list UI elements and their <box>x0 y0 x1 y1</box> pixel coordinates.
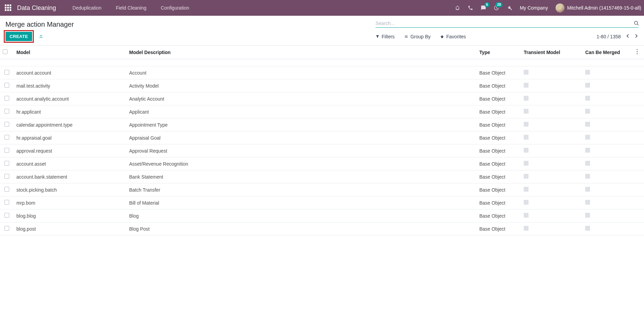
table-row[interactable]: calendar.appointment.typeAppointment Typ… <box>0 118 644 131</box>
header-transient[interactable]: Transient Model <box>521 46 583 59</box>
funnel-icon <box>375 35 380 39</box>
cell-description: Bill of Material <box>126 196 477 209</box>
table-row[interactable]: account.assetAsset/Revenue RecognitionBa… <box>0 157 644 170</box>
transient-checkbox[interactable] <box>524 226 529 231</box>
cell-transient <box>521 66 583 79</box>
cell-transient <box>521 209 583 222</box>
transient-checkbox[interactable] <box>524 83 529 88</box>
cell-model: hr.appraisal.goal <box>14 131 126 144</box>
cell-can-merge <box>583 79 634 92</box>
table-row[interactable]: mail.test.activityActivity ModelBase Obj… <box>0 79 644 92</box>
can-merge-checkbox[interactable] <box>585 109 590 114</box>
phone-icon[interactable] <box>468 5 473 11</box>
transient-checkbox[interactable] <box>524 70 529 75</box>
header-can-merge[interactable]: Can Be Merged <box>583 46 634 59</box>
search-input[interactable] <box>375 21 639 26</box>
search-icon[interactable] <box>634 21 639 27</box>
cell-can-merge <box>583 92 634 105</box>
table-row[interactable]: approval.requestApproval RequestBase Obj… <box>0 144 644 157</box>
table-row[interactable]: account.bank.statementBank StatementBase… <box>0 170 644 183</box>
table-row[interactable]: blog.blogBlogBase Object <box>0 209 644 222</box>
transient-checkbox[interactable] <box>524 200 529 205</box>
row-checkbox[interactable] <box>4 148 9 153</box>
table-row[interactable]: account.analytic.accountAnalytic Account… <box>0 92 644 105</box>
can-merge-checkbox[interactable] <box>585 96 590 101</box>
transient-checkbox[interactable] <box>524 187 529 192</box>
header-options[interactable] <box>634 46 644 59</box>
table-row[interactable]: account.accountAccountBase Object <box>0 66 644 79</box>
row-checkbox[interactable] <box>4 213 9 218</box>
messages-icon[interactable]: 6 <box>481 5 486 11</box>
table-row[interactable]: blog.postBlog PostBase Object <box>0 222 644 235</box>
header-model[interactable]: Model <box>14 46 126 59</box>
activities-icon[interactable]: 28 <box>494 5 499 11</box>
can-merge-checkbox[interactable] <box>585 135 590 140</box>
cell-type: Base Object <box>477 105 521 118</box>
can-merge-checkbox[interactable] <box>585 226 590 231</box>
app-title[interactable]: Data Cleaning <box>17 4 56 12</box>
row-checkbox-cell <box>0 79 14 92</box>
row-checkbox[interactable] <box>4 96 9 101</box>
can-merge-checkbox[interactable] <box>585 161 590 166</box>
transient-checkbox[interactable] <box>524 174 529 179</box>
transient-checkbox[interactable] <box>524 96 529 101</box>
row-checkbox[interactable] <box>4 83 9 88</box>
filters-button[interactable]: Filters <box>375 34 395 39</box>
group-by-button[interactable]: Group By <box>404 34 430 39</box>
can-merge-checkbox[interactable] <box>585 200 590 205</box>
table-row[interactable]: hr.applicantApplicantBase Object <box>0 105 644 118</box>
row-checkbox[interactable] <box>4 109 9 114</box>
pager-next[interactable] <box>634 34 639 39</box>
row-checkbox[interactable] <box>4 200 9 205</box>
user-menu[interactable]: Mitchell Admin (14157469-15-0-all) <box>556 3 641 12</box>
row-checkbox[interactable] <box>4 161 9 166</box>
transient-checkbox[interactable] <box>524 148 529 153</box>
cell-can-merge <box>583 131 634 144</box>
can-merge-checkbox[interactable] <box>585 174 590 179</box>
transient-checkbox[interactable] <box>524 109 529 114</box>
cell-can-merge <box>583 144 634 157</box>
apps-icon[interactable] <box>5 4 12 11</box>
bug-icon[interactable] <box>455 5 460 11</box>
cell-model: approval.request <box>14 144 126 157</box>
can-merge-checkbox[interactable] <box>585 83 590 88</box>
row-checkbox[interactable] <box>4 70 9 75</box>
can-merge-checkbox[interactable] <box>585 122 590 127</box>
can-merge-checkbox[interactable] <box>585 70 590 75</box>
header-type[interactable]: Type <box>477 46 521 59</box>
table-row[interactable]: stock.picking.batchBatch TransferBase Ob… <box>0 183 644 196</box>
nav-item-configuration[interactable]: Configuration <box>161 5 189 11</box>
cell-trailing <box>634 66 644 79</box>
transient-checkbox[interactable] <box>524 135 529 140</box>
download-icon[interactable] <box>38 33 44 40</box>
cell-model: mrp.bom <box>14 196 126 209</box>
cell-transient <box>521 105 583 118</box>
pager-prev[interactable] <box>626 34 630 39</box>
row-checkbox[interactable] <box>4 135 9 140</box>
row-checkbox[interactable] <box>4 226 9 231</box>
row-checkbox[interactable] <box>4 174 9 179</box>
favorites-button[interactable]: Favorites <box>440 34 466 39</box>
create-button[interactable]: CREATE <box>5 32 32 41</box>
nav-item-field-cleaning[interactable]: Field Cleaning <box>116 5 147 11</box>
tools-icon[interactable] <box>507 5 512 11</box>
table-row[interactable]: hr.appraisal.goalAppraisal GoalBase Obje… <box>0 131 644 144</box>
can-merge-checkbox[interactable] <box>585 187 590 192</box>
company-switcher[interactable]: My Company <box>520 5 548 11</box>
nav-item-deduplication[interactable]: Deduplication <box>72 5 101 11</box>
transient-checkbox[interactable] <box>524 213 529 218</box>
pager-text[interactable]: 1-80 / 1358 <box>597 34 621 39</box>
row-checkbox[interactable] <box>4 122 9 127</box>
select-all-checkbox[interactable] <box>3 49 8 54</box>
row-checkbox[interactable] <box>4 187 9 192</box>
can-merge-checkbox[interactable] <box>585 148 590 153</box>
cell-type: Base Object <box>477 157 521 170</box>
can-merge-checkbox[interactable] <box>585 213 590 218</box>
table-row[interactable]: mrp.bomBill of MaterialBase Object <box>0 196 644 209</box>
transient-checkbox[interactable] <box>524 161 529 166</box>
cell-description: Approval Request <box>126 144 477 157</box>
cell-description: Appointment Type <box>126 118 477 131</box>
transient-checkbox[interactable] <box>524 122 529 127</box>
list-table: Model Model Description Type Transient M… <box>0 45 644 235</box>
header-description[interactable]: Model Description <box>126 46 477 59</box>
